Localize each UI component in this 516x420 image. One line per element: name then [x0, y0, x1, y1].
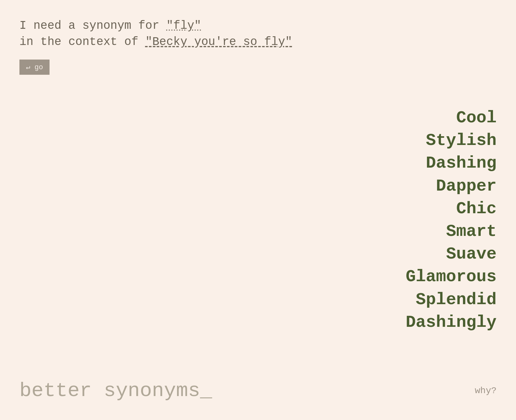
header: I need a synonym for "fly" in the contex… [0, 0, 516, 75]
prompt-line2: in the context of "Becky you're so fly" [19, 34, 497, 50]
synonym-suave[interactable]: Suave [406, 243, 497, 266]
go-button[interactable]: ↵ go [19, 60, 50, 75]
synonym-dashing[interactable]: Dashing [406, 152, 497, 175]
synonym-splendid[interactable]: Splendid [406, 289, 497, 311]
synonym-chic[interactable]: Chic [406, 198, 497, 220]
synonym-glamorous[interactable]: Glamorous [406, 266, 497, 288]
prompt-prefix-2: in the context of [19, 35, 145, 49]
prompt-prefix-1: I need a synonym for [19, 19, 166, 32]
synonyms-list: Cool Stylish Dashing Dapper Chic Smart S… [406, 107, 497, 334]
app-title: better synonyms_ [19, 379, 212, 402]
synonym-cool[interactable]: Cool [406, 107, 497, 129]
synonym-dapper[interactable]: Dapper [406, 175, 497, 198]
synonym-stylish[interactable]: Stylish [406, 129, 497, 152]
search-word: "fly" [166, 19, 201, 32]
footer: better synonyms_ why? [0, 379, 516, 402]
prompt-line1: I need a synonym for "fly" [19, 18, 497, 34]
context-phrase: "Becky you're so fly" [145, 35, 292, 49]
synonym-smart[interactable]: Smart [406, 220, 497, 243]
why-link[interactable]: why? [475, 386, 497, 396]
synonym-dashingly[interactable]: Dashingly [406, 311, 497, 334]
